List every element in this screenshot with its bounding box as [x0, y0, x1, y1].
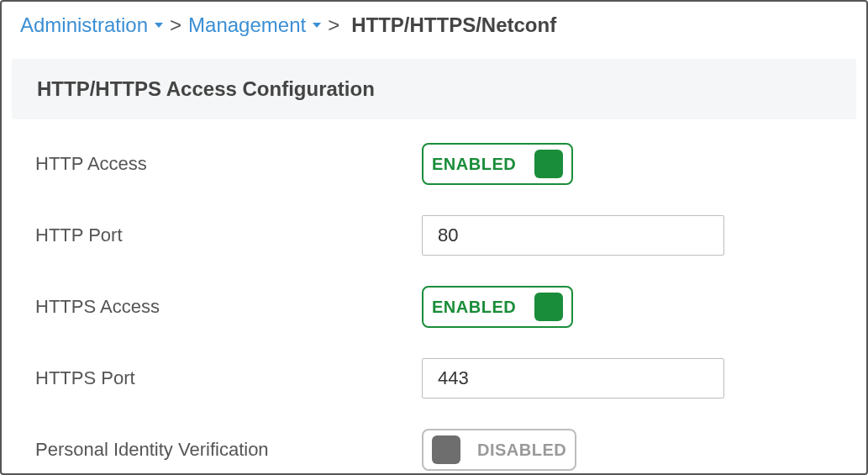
toggle-knob-icon: [534, 150, 563, 178]
row-http-access: HTTP Access ENABLED: [35, 128, 841, 200]
row-piv: Personal Identity Verification DISABLED: [35, 414, 841, 475]
toggle-knob-icon: [432, 435, 460, 464]
breadcrumb: Administration > Management > HTTP/HTTPS…: [2, 2, 866, 44]
label-piv: Personal Identity Verification: [35, 439, 422, 461]
label-http-port: HTTP Port: [35, 224, 422, 246]
label-https-access: HTTPS Access: [35, 296, 422, 318]
toggle-state-label: ENABLED: [432, 298, 516, 317]
breadcrumb-label: Administration: [20, 13, 148, 37]
toggle-state-label: DISABLED: [477, 441, 566, 460]
input-https-port[interactable]: [422, 358, 724, 398]
toggle-https-access[interactable]: ENABLED: [422, 286, 573, 328]
input-http-port[interactable]: [422, 215, 724, 256]
breadcrumb-current: HTTP/HTTPS/Netconf: [351, 13, 556, 37]
breadcrumb-label: Management: [188, 13, 306, 37]
breadcrumb-link-administration[interactable]: Administration: [20, 13, 163, 37]
label-https-port: HTTPS Port: [35, 367, 422, 389]
row-https-port: HTTPS Port: [35, 343, 841, 414]
section-title: HTTP/HTTPS Access Configuration: [37, 77, 831, 101]
breadcrumb-separator: >: [170, 13, 181, 37]
toggle-http-access[interactable]: ENABLED: [422, 143, 573, 185]
section-header: HTTP/HTTPS Access Configuration: [12, 59, 856, 119]
toggle-piv[interactable]: DISABLED: [422, 429, 576, 471]
row-https-access: HTTPS Access ENABLED: [35, 271, 841, 343]
row-http-port: HTTP Port: [35, 200, 841, 271]
caret-down-icon: [155, 23, 163, 28]
label-http-access: HTTP Access: [35, 153, 422, 175]
breadcrumb-separator: >: [328, 13, 339, 37]
caret-down-icon: [313, 23, 321, 28]
breadcrumb-link-management[interactable]: Management: [188, 13, 321, 37]
toggle-state-label: ENABLED: [432, 155, 516, 174]
toggle-knob-icon: [534, 293, 563, 321]
config-form: HTTP Access ENABLED HTTP Port HTTPS Acce…: [2, 119, 866, 475]
